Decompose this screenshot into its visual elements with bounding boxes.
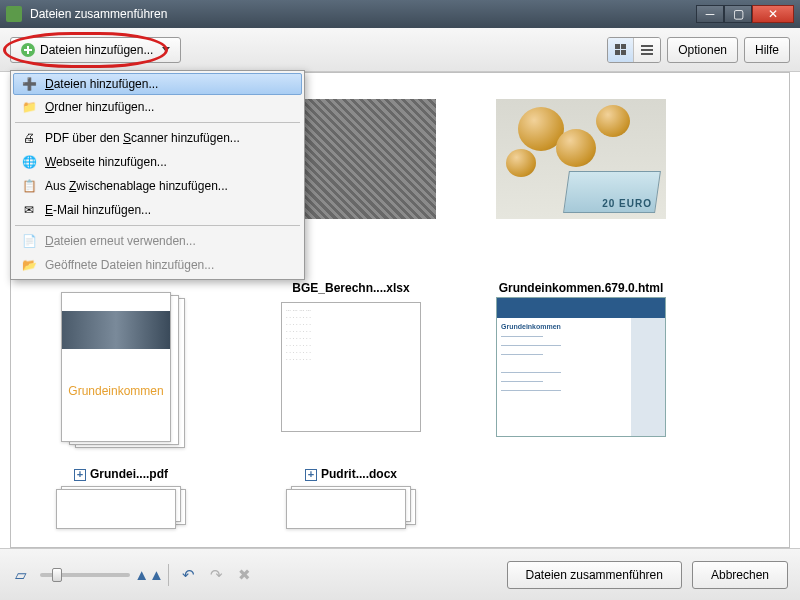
dropdown-item[interactable]: ✉E-Mail hinzufügen... <box>13 198 302 222</box>
maximize-button[interactable]: ▢ <box>724 5 752 23</box>
delete-icon[interactable]: ✖ <box>235 566 253 584</box>
titlebar: Dateien zusammenführen ─ ▢ ✕ <box>0 0 800 28</box>
list-icon <box>641 45 653 55</box>
folder-icon: 📁 <box>21 99 37 115</box>
dropdown-item: 📄Dateien erneut verwenden... <box>13 229 302 253</box>
view-toggle <box>607 37 661 63</box>
dropdown-item-label: Aus Zwischenablage hinzufügen... <box>45 179 228 193</box>
zoom-out-icon[interactable]: ▱ <box>12 566 30 584</box>
dropdown-item[interactable]: 🌐Webseite hinzufügen... <box>13 150 302 174</box>
spreadsheet-thumbnail: ··· ··· ··· ···· · · · · · · ·· · · · · … <box>281 302 421 432</box>
dropdown-item-label: PDF über den Scanner hinzufügen... <box>45 131 240 145</box>
expand-icon[interactable]: + <box>305 469 317 481</box>
dropdown-item-label: Geöffnete Dateien hinzufügen... <box>45 258 214 272</box>
scanner-icon: 🖨 <box>21 130 37 146</box>
file-item[interactable]: Grundeinkommen.679.0.html Grundeinkommen… <box>481 275 681 437</box>
add-icon <box>21 43 35 57</box>
reuse-icon: 📄 <box>21 233 37 249</box>
grid-icon <box>615 44 626 55</box>
options-button[interactable]: Optionen <box>667 37 738 63</box>
dropdown-item-label: E-Mail hinzufügen... <box>45 203 151 217</box>
globe-icon: 🌐 <box>21 154 37 170</box>
dropdown-item-label: Dateien erneut verwenden... <box>45 234 196 248</box>
dropdown-item[interactable]: 📁Ordner hinzufügen... <box>13 95 302 119</box>
merge-button[interactable]: Dateien zusammenführen <box>507 561 682 589</box>
list-view-button[interactable] <box>634 38 660 62</box>
cancel-button[interactable]: Abbrechen <box>692 561 788 589</box>
add-icon: ➕ <box>21 76 37 92</box>
grid-view-button[interactable] <box>608 38 634 62</box>
add-files-dropdown: ➕Dateien hinzufügen...📁Ordner hinzufügen… <box>10 70 305 280</box>
dropdown-item: 📂Geöffnete Dateien hinzufügen... <box>13 253 302 277</box>
file-item[interactable]: 20 EURO <box>481 89 681 251</box>
file-item[interactable]: +Pudrit....docx <box>251 461 451 523</box>
redo-icon[interactable]: ↷ <box>207 566 225 584</box>
dropdown-item-label: Ordner hinzufügen... <box>45 100 154 114</box>
mail-icon: ✉ <box>21 202 37 218</box>
minimize-button[interactable]: ─ <box>696 5 724 23</box>
add-files-button[interactable]: Dateien hinzufügen... <box>10 37 181 63</box>
undo-icon[interactable]: ↶ <box>179 566 197 584</box>
clipboard-icon: 📋 <box>21 178 37 194</box>
dropdown-item-label: Dateien hinzufügen... <box>45 77 158 91</box>
close-button[interactable]: ✕ <box>752 5 794 23</box>
file-item[interactable]: Grundeinkommen 71 Sei... <box>21 275 221 437</box>
chevron-down-icon <box>162 47 170 52</box>
file-label: +Pudrit....docx <box>305 467 397 483</box>
open-icon: 📂 <box>21 257 37 273</box>
file-label: +Grundei....pdf <box>74 467 168 483</box>
file-label: Grundeinkommen.679.0.html <box>499 281 664 297</box>
dropdown-item-label: Webseite hinzufügen... <box>45 155 167 169</box>
expand-icon[interactable]: + <box>74 469 86 481</box>
footer: ▱ ▲▲ ↶ ↷ ✖ Dateien zusammenführen Abbrec… <box>0 548 800 600</box>
dropdown-item[interactable]: 🖨PDF über den Scanner hinzufügen... <box>13 126 302 150</box>
app-icon <box>6 6 22 22</box>
help-button[interactable]: Hilfe <box>744 37 790 63</box>
toolbar: Dateien hinzufügen... Optionen Hilfe <box>0 28 800 72</box>
window-buttons: ─ ▢ ✕ <box>696 5 794 23</box>
add-files-label: Dateien hinzufügen... <box>40 43 153 57</box>
window-title: Dateien zusammenführen <box>26 7 696 21</box>
file-label: BGE_Berechn....xlsx <box>292 281 409 297</box>
webpage-thumbnail: Grundeinkommen —————————————————————————… <box>496 297 666 437</box>
file-item[interactable]: +Grundei....pdf <box>21 461 221 523</box>
dropdown-item[interactable]: 📋Aus Zwischenablage hinzufügen... <box>13 174 302 198</box>
file-item[interactable]: BGE_Berechn....xlsx ··· ··· ··· ···· · ·… <box>251 275 451 437</box>
zoom-slider[interactable] <box>40 573 130 577</box>
coins-thumbnail: 20 EURO <box>496 99 666 219</box>
dropdown-item[interactable]: ➕Dateien hinzufügen... <box>13 73 302 95</box>
zoom-in-icon[interactable]: ▲▲ <box>140 566 158 584</box>
slider-thumb[interactable] <box>52 568 62 582</box>
